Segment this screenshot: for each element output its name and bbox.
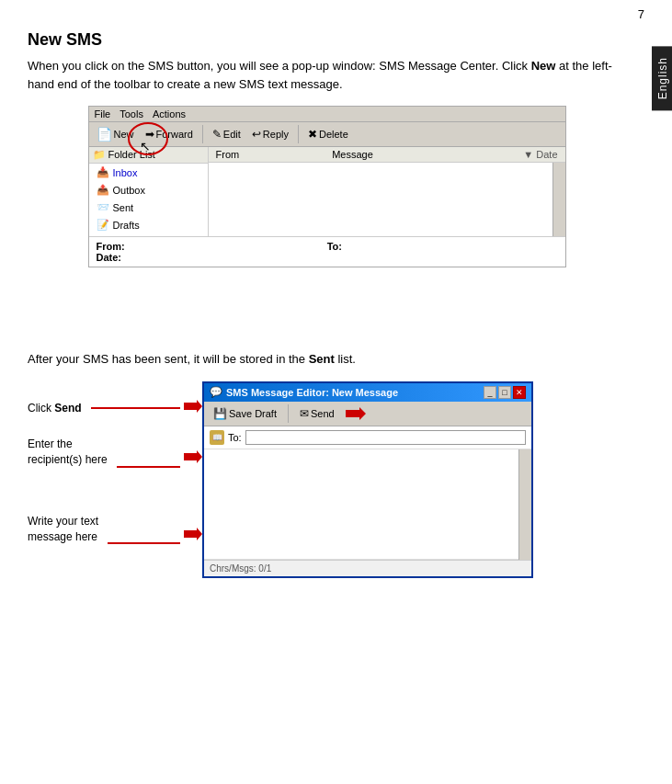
- svg-marker-2: [184, 528, 202, 540]
- sms-toolbar: 📄 New ➡ Forward ✎ Edit ↩ Reply ✖ Delete: [89, 122, 565, 147]
- sent-icon: 📨: [97, 201, 109, 213]
- save-draft-icon: 💾: [213, 407, 227, 420]
- chars-msgs-label: Chrs/Msgs: 0/1: [210, 563, 271, 574]
- annot-click-send: Click Send: [28, 400, 202, 417]
- to-book-icon: 📖: [210, 430, 224, 445]
- folder-inbox[interactable]: 📥 Inbox: [89, 164, 208, 181]
- section-title: New SMS: [28, 30, 626, 50]
- outbox-icon: 📤: [97, 184, 109, 196]
- recipient-arrow-icon: [184, 450, 202, 463]
- delete-button[interactable]: ✖ Delete: [304, 126, 352, 142]
- drafts-label: Drafts: [113, 220, 140, 231]
- page-number: 7: [0, 0, 672, 21]
- editor-title-icon: 💬: [210, 386, 222, 398]
- send-button-arrow: [346, 407, 366, 420]
- cursor-indicator: ↖: [140, 139, 151, 153]
- sent-label: Sent: [113, 202, 134, 213]
- menu-actions: Actions: [153, 108, 186, 119]
- inbox-label: Inbox: [113, 167, 138, 178]
- save-draft-label: Save Draft: [229, 408, 277, 419]
- editor-title: SMS Message Editor: New Message: [226, 387, 398, 398]
- send-icon: ✉: [300, 407, 309, 420]
- sms-center-screenshot: File Tools Actions 📄 New ➡ Forward ✎ Edi…: [88, 106, 566, 267]
- maximize-button[interactable]: □: [498, 386, 511, 399]
- folder-list: 📁 Folder List 📥 Inbox 📤 Outbox 📨 Sent 📝: [89, 147, 209, 236]
- forward-label: Forward: [156, 129, 193, 140]
- editor-titlebar: 💬 SMS Message Editor: New Message _ □ ✕: [204, 383, 531, 402]
- to-label: To:: [327, 241, 342, 252]
- from-label: From:: [97, 241, 125, 252]
- send-button[interactable]: ✉ Send: [296, 405, 338, 422]
- section2-text: After your SMS has been sent, it will be…: [28, 350, 626, 369]
- new-label: New: [114, 129, 134, 140]
- folder-sent[interactable]: 📨 Sent: [89, 199, 208, 216]
- date-row: Date:: [97, 252, 558, 263]
- reply-icon: ↩: [252, 128, 261, 141]
- editor-text-area[interactable]: [204, 449, 518, 560]
- col-from: From: [212, 149, 329, 160]
- annot-recipient-text: Enter therecipient(s) here: [28, 437, 108, 468]
- edit-icon: ✎: [212, 128, 222, 141]
- editor-body: 📖 To: Chrs/Msgs: 0/1: [204, 426, 531, 576]
- minimize-button[interactable]: _: [484, 386, 496, 399]
- sms-editor-window: 💬 SMS Message Editor: New Message _ □ ✕ …: [202, 381, 533, 578]
- folder-outbox[interactable]: 📤 Outbox: [89, 181, 208, 199]
- delete-icon: ✖: [308, 128, 317, 141]
- editor-toolbar-sep: [288, 404, 289, 423]
- toolbar-separator2: [298, 125, 299, 143]
- editor-text-container: [204, 449, 531, 560]
- from-to-row: From: To:: [97, 241, 558, 252]
- drafts-icon: 📝: [97, 219, 109, 231]
- inbox-icon: 📥: [97, 166, 109, 178]
- annot-message-text: Write your textmessage here: [28, 514, 98, 545]
- editor-footer: Chrs/Msgs: 0/1: [204, 560, 531, 576]
- new-button[interactable]: 📄 New: [93, 125, 138, 143]
- svg-marker-1: [184, 450, 202, 463]
- menu-file: File: [95, 108, 111, 119]
- folder-drafts[interactable]: 📝 Drafts: [89, 216, 208, 233]
- popup-area: Click Send Enter therecipient(s) here: [28, 381, 626, 578]
- to-input-field[interactable]: [245, 430, 526, 445]
- col-message: Message: [328, 149, 445, 160]
- col-date: ▼ Date: [445, 149, 562, 160]
- edit-button[interactable]: ✎ Edit: [209, 126, 245, 142]
- editor-to-row: 📖 To:: [204, 426, 531, 449]
- message-rows-empty: [209, 163, 552, 236]
- outbox-label: Outbox: [113, 185, 145, 196]
- new-icon: 📄: [97, 127, 112, 142]
- message-arrow-icon: [184, 528, 202, 540]
- message-list: From Message ▼ Date: [209, 147, 565, 236]
- message-list-scrollbar[interactable]: [552, 163, 565, 236]
- close-button[interactable]: ✕: [513, 386, 526, 399]
- english-tab: English: [652, 46, 672, 110]
- toolbar-separator: [202, 125, 203, 143]
- svg-marker-3: [346, 407, 366, 420]
- intro-text: When you click on the SMS button, you wi…: [28, 57, 626, 93]
- save-draft-button[interactable]: 💾 Save Draft: [210, 405, 280, 422]
- edit-label: Edit: [223, 129, 241, 140]
- reply-button[interactable]: ↩ Reply: [248, 126, 292, 142]
- send-label: Send: [311, 408, 335, 419]
- menu-tools: Tools: [120, 108, 143, 119]
- message-rows: [209, 163, 565, 236]
- annot-recipient: Enter therecipient(s) here: [28, 437, 202, 468]
- window-controls: _ □ ✕: [484, 386, 526, 399]
- reply-label: Reply: [263, 129, 289, 140]
- annotations-panel: Click Send Enter therecipient(s) here: [28, 381, 202, 565]
- annot-write-message: Write your textmessage here: [28, 514, 202, 545]
- spacer1: [28, 277, 626, 332]
- annot-send-text: Click Send: [28, 401, 82, 416]
- sms-menubar: File Tools Actions: [89, 107, 565, 122]
- editor-toolbar: 💾 Save Draft ✉ Send: [204, 402, 531, 426]
- editor-text-scrollbar[interactable]: [518, 449, 531, 560]
- message-detail-area: From: To: Date:: [89, 236, 565, 267]
- delete-label: Delete: [319, 129, 348, 140]
- to-field-label: To:: [228, 432, 242, 443]
- date-label: Date:: [97, 252, 122, 263]
- svg-marker-0: [184, 400, 202, 413]
- send-arrow-icon: [184, 400, 202, 413]
- sms-main-area: 📁 Folder List 📥 Inbox 📤 Outbox 📨 Sent 📝: [89, 147, 565, 236]
- column-headers: From Message ▼ Date: [209, 147, 565, 163]
- folder-list-icon: 📁: [93, 149, 106, 160]
